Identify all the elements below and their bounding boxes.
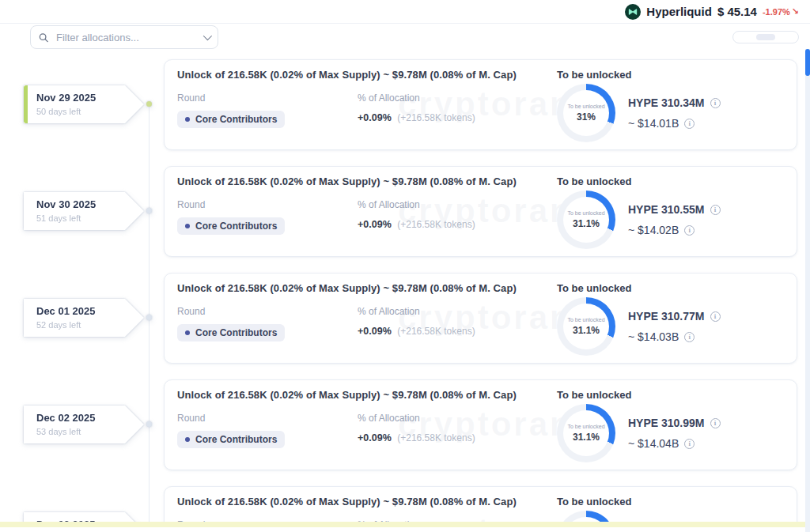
info-icon[interactable] — [710, 311, 721, 322]
card-right: To be unlocked To be unlocked 31% HYPE 3… — [557, 69, 784, 141]
donut-caption: To be unlocked — [567, 317, 604, 324]
segment-button[interactable] — [756, 34, 775, 40]
chevron-down-icon[interactable] — [203, 32, 212, 40]
timeline-dot-icon — [146, 421, 152, 427]
info-icon[interactable] — [684, 119, 695, 129]
round-badge[interactable]: Core Contributors — [177, 431, 285, 448]
card-right: To be unlocked To be unlocked 31.1% HYPE… — [557, 175, 784, 248]
info-icon[interactable] — [684, 225, 695, 236]
timeline-days-left: 51 days left — [36, 213, 144, 223]
round-badge-label: Core Contributors — [195, 434, 277, 445]
badge-dot-icon — [185, 437, 190, 442]
allocation-tokens: (+216.58K tokens) — [397, 432, 475, 443]
timeline-days-left: 52 days left — [36, 320, 144, 330]
round-column: Round Core Contributors — [177, 306, 358, 341]
allocation-value: +0.09% — [358, 112, 392, 123]
unlock-title: Unlock of 216.58K (0.02% of Max Supply) … — [177, 496, 557, 507]
timeline-days-left: 53 days left — [36, 427, 144, 436]
timeline-items: Nov 29 2025 50 days left Nov 30 2025 51 … — [24, 85, 182, 532]
info-icon[interactable] — [710, 205, 721, 215]
allocation-value: +0.09% — [358, 432, 392, 443]
to-be-unlocked-header: To be unlocked — [557, 389, 784, 401]
bottom-white-strip — [0, 527, 810, 532]
unlock-values: HYPE 310.34M ~ $14.01B — [628, 96, 721, 130]
donut-percent: 31.1% — [573, 325, 600, 336]
usd-value: ~ $14.03B — [628, 330, 679, 343]
card-left: Unlock of 216.58K (0.02% of Max Supply) … — [177, 69, 557, 141]
badge-dot-icon — [185, 117, 190, 122]
timeline-item[interactable]: Dec 02 2025 53 days left — [24, 406, 163, 443]
allocation-tokens: (+216.58K tokens) — [397, 112, 475, 123]
unlock-timeline: Nov 29 2025 50 days left Nov 30 2025 51 … — [24, 85, 182, 532]
round-badge[interactable]: Core Contributors — [177, 111, 285, 128]
unlock-values: HYPE 310.55M ~ $14.02B — [628, 203, 721, 236]
donut-caption: To be unlocked — [567, 104, 604, 111]
token-price: $ 45.14 — [717, 5, 757, 18]
allocation-label: % of Allocation — [358, 413, 557, 424]
round-badge[interactable]: Core Contributors — [177, 217, 285, 235]
timeline-dot-icon — [146, 101, 152, 107]
filter-allocations-dropdown[interactable] — [30, 25, 218, 49]
timeline-item[interactable]: Nov 29 2025 50 days left — [24, 85, 163, 123]
info-icon[interactable] — [684, 332, 695, 342]
filter-allocations-input[interactable] — [55, 31, 197, 44]
timeline-date: Nov 30 2025 — [36, 198, 144, 210]
timeline-dot-icon — [146, 315, 152, 320]
timeline-date: Dec 02 2025 — [36, 412, 144, 424]
card-left: Unlock of 216.58K (0.02% of Max Supply) … — [177, 389, 557, 462]
unlock-cards: cryptorank Unlock of 216.58K (0.02% of M… — [164, 59, 797, 532]
to-be-unlocked-header: To be unlocked — [557, 175, 784, 187]
hyperliquid-logo-icon — [625, 4, 641, 20]
scrollbar-track[interactable] — [805, 49, 810, 532]
timeline-tag: Nov 30 2025 51 days left — [24, 192, 144, 230]
unlock-values: HYPE 310.99M ~ $14.04B — [628, 417, 721, 450]
hype-amount: HYPE 310.55M — [628, 203, 705, 216]
usd-value: ~ $14.04B — [628, 437, 679, 450]
search-icon — [39, 32, 48, 43]
unlock-card: cryptorank Unlock of 216.58K (0.02% of M… — [164, 166, 797, 257]
token-change: -1.97% ↘ — [763, 6, 799, 17]
segment-button[interactable] — [777, 34, 796, 40]
info-icon[interactable] — [710, 98, 721, 108]
segment-button[interactable] — [736, 34, 755, 40]
period-segmented-control — [732, 31, 799, 43]
allocation-column: % of Allocation +0.09% (+216.58K tokens) — [358, 92, 557, 128]
unlock-donut-chart: To be unlocked 31.1% — [557, 404, 615, 462]
info-icon[interactable] — [710, 418, 721, 428]
timeline-tag: Dec 02 2025 53 days left — [24, 406, 144, 443]
unlock-donut-chart: To be unlocked 31.1% — [557, 297, 615, 356]
unlock-title: Unlock of 216.58K (0.02% of Max Supply) … — [177, 175, 557, 187]
unlock-donut-chart: To be unlocked 31% — [557, 84, 615, 142]
timeline-item[interactable]: Dec 01 2025 52 days left — [24, 299, 163, 337]
timeline-days-left: 50 days left — [36, 107, 144, 116]
allocation-column: % of Allocation +0.09% (+216.58K tokens) — [358, 306, 557, 341]
round-column: Round Core Contributors — [177, 199, 358, 235]
token-name: Hyperliquid — [646, 5, 712, 18]
scrollbar-thumb[interactable] — [805, 49, 810, 76]
unlock-donut-chart: To be unlocked 31.1% — [557, 191, 615, 249]
timeline-item[interactable]: Nov 30 2025 51 days left — [24, 192, 163, 230]
trend-down-arrow-icon: ↘ — [792, 6, 799, 17]
card-right: To be unlocked To be unlocked 31.1% HYPE… — [557, 282, 784, 355]
allocation-label: % of Allocation — [358, 199, 557, 210]
timeline-tag: Dec 01 2025 52 days left — [24, 299, 144, 337]
card-right: To be unlocked To be unlocked 31.1% HYPE… — [557, 389, 784, 462]
unlock-card: cryptorank Unlock of 216.58K (0.02% of M… — [164, 273, 797, 364]
round-badge[interactable]: Core Contributors — [177, 324, 285, 341]
timeline-dot-icon — [146, 208, 152, 213]
allocation-label: % of Allocation — [358, 306, 557, 317]
donut-percent: 31% — [577, 111, 596, 123]
card-left: Unlock of 216.58K (0.02% of Max Supply) … — [177, 282, 557, 355]
unlock-title: Unlock of 216.58K (0.02% of Max Supply) … — [177, 282, 557, 294]
hype-amount: HYPE 310.34M — [628, 96, 705, 109]
info-icon[interactable] — [684, 439, 695, 449]
allocation-tokens: (+216.58K tokens) — [397, 326, 475, 337]
timeline-tag: Nov 29 2025 50 days left — [24, 85, 144, 123]
token-summary: Hyperliquid $ 45.14 -1.97% ↘ — [625, 4, 810, 20]
round-label: Round — [177, 306, 358, 317]
round-label: Round — [177, 413, 358, 424]
unlock-card: cryptorank Unlock of 216.58K (0.02% of M… — [164, 59, 797, 150]
round-column: Round Core Contributors — [177, 92, 358, 128]
token-change-value: -1.97% — [763, 7, 790, 17]
to-be-unlocked-header: To be unlocked — [557, 69, 784, 81]
